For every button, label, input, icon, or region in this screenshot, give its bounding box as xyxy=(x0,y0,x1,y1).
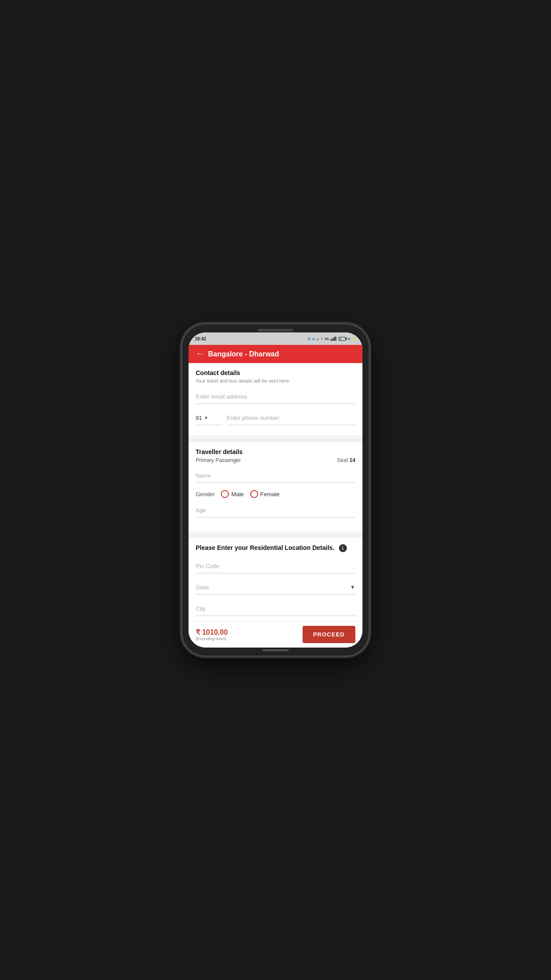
email-field-container xyxy=(196,390,355,404)
traveller-details-section: Traveller details Primary Passenger Seat… xyxy=(189,442,362,531)
price-amount: ₹ 1010.00 xyxy=(196,628,228,636)
price-section: ₹ 1010.00 (Excluding taxes) xyxy=(196,628,228,641)
download-icon: ⬇ xyxy=(320,337,323,341)
battery-text: 22 xyxy=(347,337,350,340)
country-code-text: 91 xyxy=(196,415,202,421)
header-title: Bangalore - Dharwad xyxy=(208,350,279,358)
name-field-container xyxy=(196,469,355,483)
contact-details-title: Contact details xyxy=(196,369,355,376)
screen-icon: ⊡ xyxy=(307,337,311,341)
traveller-details-title: Traveller details xyxy=(196,448,355,455)
battery-icon xyxy=(338,337,346,341)
status-icons: ⊡ ◉ △ ⬇ 5G 22 ⚡ xyxy=(307,336,356,341)
contact-details-section: Contact details Your ticket and bus deta… xyxy=(189,363,362,435)
state-dropdown[interactable]: State Karnataka Maharashtra Tamil Nadu A… xyxy=(196,581,355,595)
email-input[interactable] xyxy=(196,390,355,404)
city-input[interactable] xyxy=(196,602,355,616)
name-input[interactable] xyxy=(196,469,355,483)
phone-frame: 18:42 ⊡ ◉ △ ⬇ 5G 22 ⚡ xyxy=(182,324,369,656)
male-label: Male xyxy=(231,491,244,498)
app-header: ← Bangalore - Dharwad xyxy=(189,345,362,363)
country-code-selector[interactable]: 91 ▼ xyxy=(196,411,222,425)
country-code-dropdown-arrow: ▼ xyxy=(204,415,208,420)
male-radio-circle xyxy=(221,490,229,498)
passenger-label: Primary Passenger xyxy=(196,457,241,463)
status-bar: 18:42 ⊡ ◉ △ ⬇ 5G 22 ⚡ xyxy=(189,332,362,345)
scroll-content: Contact details Your ticket and bus deta… xyxy=(189,363,362,621)
seat-label: Seat xyxy=(337,457,348,463)
pincode-field-container xyxy=(196,559,355,573)
phone-screen: 18:42 ⊡ ◉ △ ⬇ 5G 22 ⚡ xyxy=(189,332,362,648)
signal-bars xyxy=(330,336,336,341)
residential-section: Please Enter your Residential Location D… xyxy=(189,538,362,621)
divider-2 xyxy=(189,534,362,538)
city-field-container xyxy=(196,602,355,616)
residential-title: Please Enter your Residential Location D… xyxy=(196,544,355,552)
passenger-row: Primary Passenger Seat 14 xyxy=(196,457,355,463)
female-label: Female xyxy=(260,491,279,498)
female-radio[interactable]: Female xyxy=(250,490,279,498)
age-field-container xyxy=(196,503,355,518)
divider-1 xyxy=(189,439,362,442)
contact-details-subtitle: Your ticket and bus details will be sent… xyxy=(196,378,355,383)
bottom-bar: ₹ 1010.00 (Excluding taxes) PROCEED xyxy=(189,621,362,648)
wifi-icon: ◉ xyxy=(312,337,315,341)
price-tax: (Excluding taxes) xyxy=(196,636,228,641)
seat-info: Seat 14 xyxy=(337,457,355,463)
network-text: 5G xyxy=(325,337,329,340)
age-input[interactable] xyxy=(196,503,355,518)
phone-input[interactable] xyxy=(227,411,355,425)
alert-icon: △ xyxy=(316,337,319,341)
info-icon[interactable]: i xyxy=(339,544,347,552)
charging-icon: ⚡ xyxy=(352,337,356,341)
state-dropdown-wrapper: State Karnataka Maharashtra Tamil Nadu A… xyxy=(196,581,355,595)
gender-row: Gender Male Female xyxy=(196,490,355,498)
proceed-button[interactable]: PROCEED xyxy=(303,626,355,643)
seat-number: 14 xyxy=(350,457,355,463)
pincode-input[interactable] xyxy=(196,559,355,573)
back-button[interactable]: ← xyxy=(196,349,204,359)
gender-label: Gender xyxy=(196,491,215,498)
female-radio-circle xyxy=(250,490,258,498)
status-time: 18:42 xyxy=(195,336,206,341)
phone-row: 91 ▼ xyxy=(196,411,355,425)
male-radio[interactable]: Male xyxy=(221,490,244,498)
